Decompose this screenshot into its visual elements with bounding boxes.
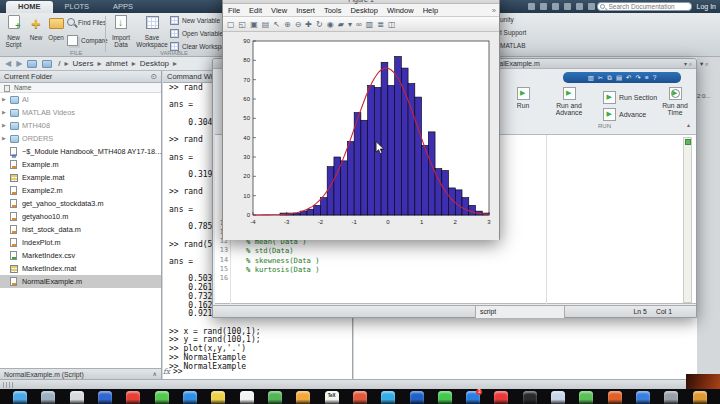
dock-figure-icon[interactable]: ◫ xyxy=(388,18,396,31)
dock-app-1[interactable] xyxy=(13,391,27,404)
figure-menu-view[interactable]: View xyxy=(271,6,287,15)
panel-menu-button[interactable]: ⊙ xyxy=(151,71,157,83)
file-row[interactable]: Example.m xyxy=(0,158,161,171)
folder-row[interactable]: ▶MATLAB Videos xyxy=(0,106,161,119)
forward-arrow-icon[interactable]: ▶ xyxy=(16,59,22,68)
file-details-bar[interactable]: NormalExample.m (Script) ∧ xyxy=(0,368,162,379)
figure-menu-edit[interactable]: Edit xyxy=(249,6,262,15)
file-row[interactable]: Example.mat xyxy=(0,171,161,184)
help-icon[interactable] xyxy=(576,3,583,10)
expand-arrow-icon[interactable]: ▶ xyxy=(2,132,6,145)
dock-app-8[interactable] xyxy=(211,391,225,404)
tab-apps[interactable]: APPS xyxy=(101,1,145,13)
dock-app-20[interactable] xyxy=(551,391,565,404)
file-row[interactable]: NormalExample.m xyxy=(0,275,161,288)
help-icon[interactable]: ? xyxy=(653,72,657,83)
expand-arrow-icon[interactable]: ▶ xyxy=(2,93,6,106)
back-arrow-icon[interactable]: ◀ xyxy=(5,59,11,68)
folder-row[interactable]: ▶MTH408 xyxy=(0,119,161,132)
compare-icon[interactable]: ≡ xyxy=(645,72,649,83)
rotate-3d-icon[interactable]: ↻ xyxy=(316,18,323,31)
dock-app-9[interactable] xyxy=(240,391,254,404)
brush-icon[interactable]: ▰ xyxy=(338,18,344,31)
zoom-in-icon[interactable]: ⊕ xyxy=(284,18,291,31)
dock-app-15[interactable] xyxy=(410,391,424,404)
run-and-advance-button[interactable]: Run and Advance xyxy=(543,87,595,117)
import-data-button[interactable]: Import Data xyxy=(108,15,134,51)
dock-app-tex[interactable]: TeX xyxy=(325,391,339,404)
data-cursor-icon[interactable]: ◉ xyxy=(327,18,334,31)
command-prompt-line[interactable]: fx>> xyxy=(163,367,183,376)
zoom-out-icon[interactable]: ⊖ xyxy=(295,18,302,31)
settings-icon[interactable] xyxy=(588,3,595,10)
edit-plot-icon[interactable]: ↖ xyxy=(273,18,280,31)
file-row[interactable]: hist_stock_data.m xyxy=(0,223,161,236)
dock-app-21[interactable] xyxy=(579,391,593,404)
file-row[interactable]: MarketIndex.csv xyxy=(0,249,161,262)
figure-menu-file[interactable]: File xyxy=(228,6,240,15)
file-row[interactable]: MarketIndex.mat xyxy=(0,262,161,275)
file-row[interactable]: Example2.m xyxy=(0,184,161,197)
find-files-button[interactable]: Find Files xyxy=(67,18,106,26)
redo-icon[interactable]: ↷ xyxy=(636,72,641,83)
dock-app-4[interactable] xyxy=(98,391,112,404)
file-row[interactable]: IndexPlot.m xyxy=(0,236,161,249)
dock-app-13[interactable] xyxy=(353,391,367,404)
open-variable-button[interactable]: Open Variable xyxy=(170,29,223,38)
editor-title-icons[interactable]: ▾ ⌕ xyxy=(684,60,692,68)
dock-app-18[interactable] xyxy=(494,391,508,404)
link-plot-icon[interactable]: ∞ xyxy=(356,18,362,31)
dock-app-2[interactable] xyxy=(41,391,55,404)
folder-row[interactable]: ▶ORDERS xyxy=(0,132,161,145)
tab-plots[interactable]: PLOTS xyxy=(53,1,102,13)
open-file-icon[interactable]: ◱ xyxy=(239,18,247,31)
copy-icon[interactable]: ⧉ xyxy=(607,72,612,83)
code-analyzer-bar[interactable] xyxy=(683,137,692,303)
login-button[interactable]: Log In xyxy=(697,3,718,10)
dock-app-11[interactable] xyxy=(296,391,310,404)
browse-folder-icon[interactable] xyxy=(42,60,52,68)
tab-home[interactable]: HOME xyxy=(6,1,53,13)
new-button[interactable]: + New xyxy=(27,15,45,51)
brush-caret-icon[interactable]: ▾ xyxy=(348,18,352,31)
figure-menu-help[interactable]: Help xyxy=(423,6,438,15)
dock-app-7[interactable] xyxy=(183,391,197,404)
name-column-header[interactable]: Name xyxy=(0,83,161,93)
expand-arrow-icon[interactable]: ▶ xyxy=(2,119,6,132)
undo-icon[interactable] xyxy=(540,3,547,10)
advance-button[interactable]: Advance xyxy=(603,108,646,121)
open-button[interactable]: Open xyxy=(46,15,66,51)
paste-icon[interactable]: ▤ xyxy=(616,72,622,83)
save-figure-icon[interactable]: ▣ xyxy=(250,18,258,31)
pan-icon[interactable]: ✚ xyxy=(305,18,312,31)
figure-menu-tools[interactable]: Tools xyxy=(324,6,342,15)
save-icon[interactable]: ▥ xyxy=(588,72,594,83)
dock-app-17[interactable]: 3 xyxy=(466,391,480,404)
file-row[interactable]: get_yahoo_stockdata3.m xyxy=(0,197,161,210)
file-row[interactable]: ~$_Module Handbook_MTH408 AY17-18... xyxy=(0,145,161,158)
collapse-toolstrip-icon[interactable]: ▴ xyxy=(687,121,690,128)
undo-icon[interactable]: ↶ xyxy=(626,72,631,83)
dock-app-14[interactable] xyxy=(381,391,395,404)
dock-app-10[interactable] xyxy=(268,391,282,404)
window-resize-grip[interactable] xyxy=(3,382,15,388)
figure-menu-window[interactable]: Window xyxy=(387,6,414,15)
redo-icon[interactable] xyxy=(552,3,559,10)
run-button[interactable]: Run xyxy=(505,87,541,109)
dock-app-25[interactable] xyxy=(693,391,707,404)
breadcrumb-segment[interactable]: / xyxy=(58,59,60,68)
dock-app-6[interactable] xyxy=(155,391,169,404)
dock-app-22[interactable] xyxy=(608,391,622,404)
dock-app-23[interactable] xyxy=(636,391,650,404)
shortcut-icon[interactable] xyxy=(528,3,535,10)
file-row[interactable]: getyahoo10.m xyxy=(0,210,161,223)
dock-app-3[interactable] xyxy=(70,391,84,404)
figure-menu-insert[interactable]: Insert xyxy=(296,6,315,15)
insert-legend-icon[interactable]: ≣ xyxy=(377,18,384,31)
compare-button[interactable]: Compare xyxy=(67,35,108,46)
new-variable-button[interactable]: New Variable xyxy=(170,16,220,25)
breadcrumb-segment[interactable]: ahmet xyxy=(105,59,127,68)
new-script-button[interactable]: New Script xyxy=(2,15,25,51)
run-and-time-button[interactable]: Run and Time xyxy=(655,87,695,117)
save-workspace-button[interactable]: Save Workspace xyxy=(136,15,168,51)
